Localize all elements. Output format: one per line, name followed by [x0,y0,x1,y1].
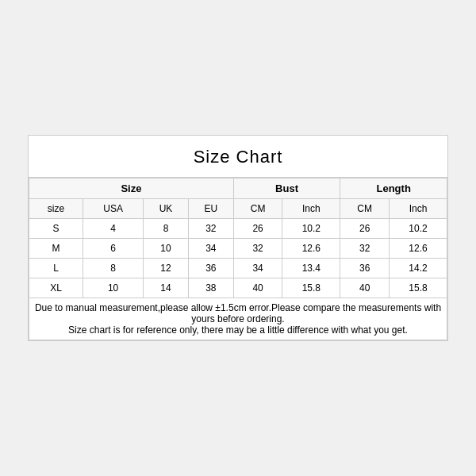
table-cell: 40 [233,278,282,298]
bust-group-header: Bust [233,178,340,199]
note-row: Due to manual measurement,please allow ±… [29,298,447,340]
table-cell: 8 [144,219,189,239]
table-row: S48322610.22610.2 [29,219,447,239]
table-cell: 12.6 [389,239,447,259]
table-cell: 34 [233,259,282,278]
table-row: L812363413.43614.2 [29,259,447,278]
table-cell: 32 [233,239,282,259]
size-table: Size Bust Length size USA UK EU CM Inch … [29,178,447,340]
col-bust-inch: Inch [282,199,340,219]
table-cell: 26 [233,219,282,239]
table-cell: 36 [340,259,390,278]
table-cell: S [29,219,83,239]
table-cell: XL [29,278,83,298]
sub-header-row: size USA UK EU CM Inch CM Inch [29,199,447,219]
col-bust-cm: CM [233,199,282,219]
col-eu: EU [188,199,233,219]
length-group-header: Length [340,178,447,199]
chart-title: Size Chart [29,136,447,178]
table-cell: 12.6 [282,239,340,259]
table-cell: 6 [83,239,144,259]
table-cell: L [29,259,83,278]
table-body: S48322610.22610.2M610343212.63212.6L8123… [29,219,447,298]
table-cell: 10 [144,239,189,259]
col-size: size [29,199,83,219]
table-row: XL1014384015.84015.8 [29,278,447,298]
size-group-header: Size [29,178,234,199]
table-cell: 10.2 [389,219,447,239]
size-chart-container: Size Chart Size Bust Length size USA UK … [28,135,448,341]
table-cell: 36 [188,259,233,278]
col-uk: UK [144,199,189,219]
table-cell: 15.8 [389,278,447,298]
table-cell: 32 [340,239,390,259]
table-cell: 12 [144,259,189,278]
table-cell: 10.2 [282,219,340,239]
table-cell: 14.2 [389,259,447,278]
table-cell: 8 [83,259,144,278]
table-cell: 14 [144,278,189,298]
table-cell: 4 [83,219,144,239]
table-cell: 13.4 [282,259,340,278]
table-cell: 10 [83,278,144,298]
table-cell: 15.8 [282,278,340,298]
col-length-inch: Inch [389,199,447,219]
note-text: Due to manual measurement,please allow ±… [29,298,447,340]
table-cell: 34 [188,239,233,259]
col-usa: USA [83,199,144,219]
table-cell: 32 [188,219,233,239]
table-cell: M [29,239,83,259]
table-row: M610343212.63212.6 [29,239,447,259]
header-row-group: Size Bust Length [29,178,447,199]
col-length-cm: CM [340,199,390,219]
table-cell: 40 [340,278,390,298]
table-cell: 38 [188,278,233,298]
table-cell: 26 [340,219,390,239]
